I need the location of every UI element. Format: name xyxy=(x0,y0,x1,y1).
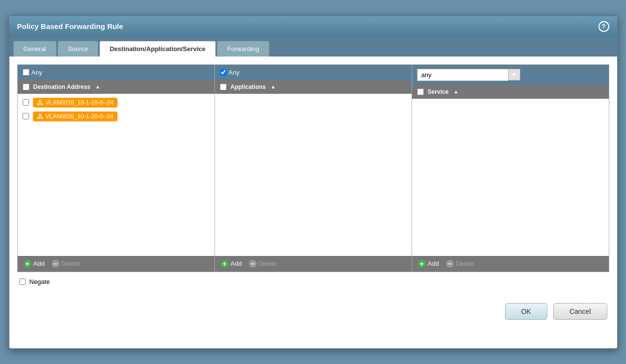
policy-forwarding-dialog: Policy Based Forwarding Rule ? General S… xyxy=(8,15,618,349)
service-sort-arrow: ▲ xyxy=(453,89,458,94)
titlebar: Policy Based Forwarding Rule ? xyxy=(9,16,617,37)
applications-add-button[interactable]: + Add xyxy=(221,260,242,268)
negate-label: Negate xyxy=(30,278,50,285)
add-icon: + xyxy=(418,260,426,268)
tab-source[interactable]: Source xyxy=(58,41,98,56)
applications-header: Any xyxy=(215,65,412,80)
service-subheader: Service ▲ xyxy=(412,85,609,99)
applications-add-label: Add xyxy=(231,260,242,267)
applications-any-checkbox[interactable] xyxy=(220,69,227,76)
destination-header: Any xyxy=(18,65,214,80)
service-col-label: Service xyxy=(428,88,449,95)
content-area: Any Destination Address ▲ 🖧 VLAN xyxy=(9,56,617,297)
vlan10-icon: 🖧 xyxy=(37,99,44,107)
help-icon[interactable]: ? xyxy=(598,21,609,32)
destination-delete-button[interactable]: − Delete xyxy=(52,260,80,268)
service-header: ▼ xyxy=(412,65,609,85)
add-icon: + xyxy=(221,260,229,268)
vlan10-label: VLAN0010_10-1-10-0--24 xyxy=(46,99,114,106)
add-icon: + xyxy=(24,260,31,268)
service-add-label: Add xyxy=(428,260,439,267)
applications-column: Any Applications ▲ + Add xyxy=(215,65,412,272)
del-icon: − xyxy=(249,260,257,268)
table-row: 🖧 VLAN0020_10-1-20-0--24 xyxy=(18,110,214,123)
tab-forwarding[interactable]: Forwarding xyxy=(217,41,269,56)
service-col-checkbox[interactable] xyxy=(417,88,424,95)
destination-sort-arrow: ▲ xyxy=(95,84,100,89)
service-footer: + Add − Delete xyxy=(412,256,609,272)
destination-column: Any Destination Address ▲ 🖧 VLAN xyxy=(18,65,215,272)
destination-list: 🖧 VLAN0010_10-1-10-0--24 🖧 VLAN0020_10-1… xyxy=(18,94,214,256)
service-delete-button[interactable]: − Delete xyxy=(446,260,475,268)
ok-button[interactable]: OK xyxy=(505,303,547,320)
tab-general[interactable]: General xyxy=(13,41,57,56)
table-row: 🖧 VLAN0010_10-1-10-0--24 xyxy=(18,96,214,110)
cancel-button[interactable]: Cancel xyxy=(553,303,607,320)
destination-any-checkbox-wrapper[interactable]: Any xyxy=(23,69,42,76)
vlan10-checkbox[interactable] xyxy=(23,99,29,106)
destination-add-button[interactable]: + Add xyxy=(24,260,45,268)
destination-col-checkbox-wrapper[interactable] xyxy=(23,84,30,90)
service-dropdown-input[interactable] xyxy=(417,69,508,81)
service-delete-label: Delete xyxy=(456,260,475,267)
applications-footer: + Add − Delete xyxy=(215,256,412,272)
service-add-button[interactable]: + Add xyxy=(418,260,439,268)
applications-any-checkbox-wrapper[interactable]: Any xyxy=(220,69,239,76)
del-icon: − xyxy=(52,260,60,268)
columns-container: Any Destination Address ▲ 🖧 VLAN xyxy=(17,64,609,272)
destination-any-label: Any xyxy=(31,69,42,76)
applications-col-checkbox[interactable] xyxy=(220,84,227,90)
applications-subheader: Applications ▲ xyxy=(215,80,412,94)
dialog-title: Policy Based Forwarding Rule xyxy=(17,22,123,30)
tab-destination[interactable]: Destination/Application/Service xyxy=(99,41,216,56)
service-col-checkbox-wrapper[interactable] xyxy=(417,88,424,95)
destination-delete-label: Delete xyxy=(61,260,80,267)
negate-checkbox[interactable] xyxy=(19,279,26,285)
tab-bar: General Source Destination/Application/S… xyxy=(9,37,617,56)
vlan20-badge[interactable]: 🖧 VLAN0020_10-1-20-0--24 xyxy=(33,112,118,121)
destination-add-label: Add xyxy=(33,260,45,267)
destination-col-checkbox[interactable] xyxy=(23,84,30,90)
destination-col-label: Destination Address xyxy=(33,84,90,90)
destination-footer: + Add − Delete xyxy=(18,256,214,272)
destination-any-checkbox[interactable] xyxy=(23,69,30,76)
applications-delete-button[interactable]: − Delete xyxy=(249,260,277,268)
negate-row: Negate xyxy=(17,272,609,289)
applications-delete-label: Delete xyxy=(259,260,277,267)
applications-sort-arrow: ▲ xyxy=(271,84,276,89)
vlan10-badge[interactable]: 🖧 VLAN0010_10-1-10-0--24 xyxy=(33,98,118,108)
vlan20-checkbox[interactable] xyxy=(23,113,29,119)
service-dropdown-wrapper[interactable]: ▼ xyxy=(417,69,521,81)
vlan20-icon: 🖧 xyxy=(37,112,44,120)
vlan20-label: VLAN0020_10-1-20-0--24 xyxy=(46,113,114,120)
service-list xyxy=(412,99,609,256)
del-icon: − xyxy=(446,260,454,268)
applications-col-label: Applications xyxy=(231,84,266,90)
applications-list xyxy=(215,94,412,256)
applications-any-label: Any xyxy=(229,69,239,76)
dialog-footer: OK Cancel xyxy=(9,297,617,326)
destination-subheader: Destination Address ▲ xyxy=(18,80,214,94)
applications-col-checkbox-wrapper[interactable] xyxy=(220,84,227,90)
service-column: ▼ Service ▲ + Add − xyxy=(412,65,609,272)
service-dropdown-btn[interactable]: ▼ xyxy=(508,69,521,81)
